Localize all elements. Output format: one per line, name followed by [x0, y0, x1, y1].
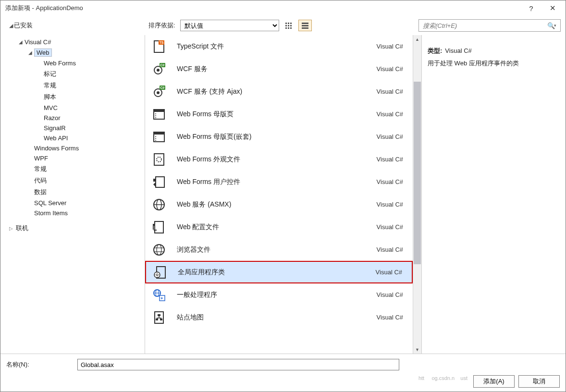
tree-node[interactable]: SQL Server	[27, 198, 145, 208]
tree-node[interactable]: 常规	[27, 163, 145, 175]
svg-text:C#: C#	[160, 63, 165, 67]
template-row[interactable]: 浏览器文件 Visual C#	[145, 238, 413, 261]
list-icon	[302, 23, 308, 29]
name-label: 名称(N):	[6, 360, 77, 369]
template-name: Web Forms 母版页	[177, 110, 377, 119]
scroll-up-icon[interactable]: ▲	[413, 35, 421, 43]
template-lang: Visual C#	[377, 201, 403, 208]
toolbar: ◢ 已安装 排序依据: 默认值 🔍▾	[0, 16, 566, 35]
tree-header[interactable]: ◢ 已安装	[8, 21, 146, 30]
svg-text:✶: ✶	[160, 296, 164, 301]
close-button[interactable]: ✕	[542, 1, 564, 15]
footer: 名称(N): htt og.csdn.n ust 添加(A) 取消	[0, 354, 566, 392]
tree-label: Web	[34, 49, 52, 57]
svg-rect-50	[160, 318, 162, 320]
template-row[interactable]: Web Forms 外观文件 Visual C#	[145, 148, 413, 171]
template-name: 站点地图	[177, 313, 377, 322]
svg-rect-28	[155, 221, 163, 233]
template-row[interactable]: Web 配置文件 Visual C#	[145, 216, 413, 238]
button-row: htt og.csdn.n ust 添加(A) 取消	[6, 375, 560, 388]
template-name: 浏览器文件	[177, 245, 377, 254]
svg-point-8	[157, 91, 160, 94]
help-button[interactable]: ?	[520, 1, 542, 15]
type-value: Visual C#	[445, 47, 471, 54]
scroll-down-icon[interactable]: ▼	[413, 345, 421, 354]
svg-point-19	[155, 138, 156, 139]
template-row[interactable]: TS TypeScript 文件 Visual C#	[145, 35, 413, 58]
sort-label: 排序依据:	[148, 21, 175, 30]
template-lang: Visual C#	[377, 110, 403, 118]
template-row[interactable]: Web Forms 母版页 Visual C#	[145, 103, 413, 125]
search-input[interactable]	[422, 22, 547, 30]
template-row[interactable]: 全局应用程序类 Visual C#	[145, 261, 413, 283]
tree-label: WPF	[34, 155, 48, 162]
template-lang: Visual C#	[377, 88, 403, 95]
view-grid-button[interactable]	[282, 20, 295, 31]
window-title: 添加新项 - ApplicationDemo	[5, 4, 520, 12]
template-name: Web Forms 母版页(嵌套)	[177, 133, 377, 141]
template-name: Web Forms 外观文件	[177, 155, 377, 164]
tree-node[interactable]: Windows Forms	[27, 143, 145, 153]
tree-label: 常规	[34, 165, 47, 173]
tree-label: 常规	[44, 81, 56, 90]
tree-node[interactable]: Razor	[37, 113, 145, 123]
view-list-button[interactable]	[298, 20, 312, 31]
svg-point-18	[155, 136, 156, 137]
tree-node[interactable]: 脚本	[37, 91, 145, 103]
gear-cs-icon: C#	[151, 61, 167, 77]
tree-label: Visual C#	[25, 38, 51, 46]
tree-node[interactable]: 标记	[37, 68, 145, 80]
skin-icon	[151, 151, 167, 168]
tree-node[interactable]: 代码	[27, 175, 145, 186]
tree-node[interactable]: Web Forms	[37, 58, 145, 68]
watermark: htt og.csdn.n ust	[418, 375, 468, 388]
template-lang: Visual C#	[377, 133, 403, 140]
tree-node-web[interactable]: ◢Web	[27, 47, 145, 58]
template-row[interactable]: C# WCF 服务 (支持 Ajax) Visual C#	[145, 80, 413, 103]
cancel-button-label: 取消	[533, 377, 545, 386]
template-row[interactable]: Web Forms 母版页(嵌套) Visual C#	[145, 125, 413, 148]
svg-point-4	[157, 69, 160, 72]
name-input[interactable]	[77, 359, 399, 370]
svg-rect-24	[153, 179, 156, 182]
category-tree: ◢Visual C# ◢Web Web Forms标记常规脚本MVCRazorS…	[0, 37, 145, 233]
expand-icon[interactable]: ▷	[8, 226, 14, 231]
search-box[interactable]: 🔍▾	[418, 19, 561, 32]
tree-node[interactable]: MVC	[37, 103, 145, 113]
template-row[interactable]: C# WCF 服务 Visual C#	[145, 58, 413, 80]
tree-label: SignalR	[44, 124, 66, 132]
template-lang: Visual C#	[377, 65, 403, 73]
tree-node[interactable]: 常规	[37, 80, 145, 91]
template-row[interactable]: Web Forms 用户控件 Visual C#	[145, 171, 413, 193]
installed-label: 已安装	[14, 21, 33, 30]
tree-node[interactable]: Web API	[37, 133, 145, 143]
tree-node[interactable]: SignalR	[37, 123, 145, 133]
template-row[interactable]: 站点地图 Visual C#	[145, 306, 413, 329]
expand-icon: ◢	[18, 39, 24, 45]
template-row[interactable]: Web 服务 (ASMX) Visual C#	[145, 193, 413, 216]
sort-select[interactable]: 默认值	[180, 20, 279, 31]
scrollbar[interactable]: ▲ ▼	[413, 35, 421, 354]
tree-node[interactable]: WPF	[27, 153, 145, 163]
template-list[interactable]: TS TypeScript 文件 Visual C# C# WCF 服务 Vis…	[145, 35, 413, 354]
tree-node-online[interactable]: 联机	[16, 224, 28, 232]
center-pane: TS TypeScript 文件 Visual C# C# WCF 服务 Vis…	[145, 35, 421, 354]
tree-node-visual-csharp[interactable]: ◢Visual C#	[18, 37, 145, 47]
svg-point-22	[157, 157, 161, 162]
template-lang: Visual C#	[377, 43, 403, 50]
svg-point-15	[155, 117, 156, 118]
template-row[interactable]: ✶ 一般处理程序 Visual C#	[145, 283, 413, 306]
config-icon	[151, 219, 167, 235]
sidebar: ◢Visual C# ◢Web Web Forms标记常规脚本MVCRazorS…	[0, 35, 145, 354]
tree-label: Storm Items	[34, 209, 68, 217]
svg-rect-23	[156, 177, 164, 187]
svg-point-29	[154, 245, 164, 255]
svg-rect-17	[154, 132, 164, 135]
scroll-thumb[interactable]	[414, 82, 421, 264]
cancel-button[interactable]: 取消	[518, 375, 560, 388]
add-button[interactable]: 添加(A)	[473, 375, 515, 388]
tree-node[interactable]: Storm Items	[27, 208, 145, 218]
template-name: 一般处理程序	[177, 291, 377, 299]
tree-node[interactable]: 数据	[27, 186, 145, 198]
sitemap-icon	[151, 309, 167, 326]
